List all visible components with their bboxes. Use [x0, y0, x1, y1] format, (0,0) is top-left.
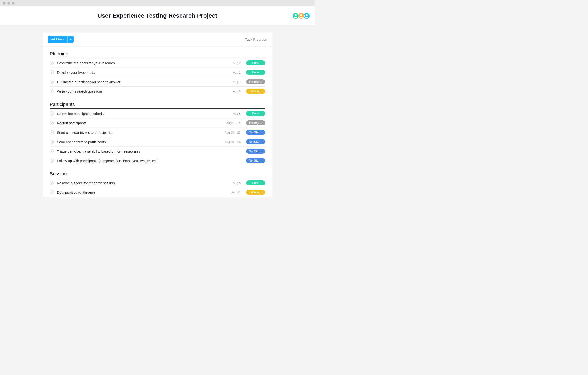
- task-status-pill[interactable]: Not Star…: [246, 149, 265, 154]
- task-status-label: Done: [252, 71, 259, 74]
- task-title[interactable]: Triage participant availability based on…: [57, 149, 219, 153]
- task-due-date[interactable]: Aug 5: [222, 112, 243, 115]
- task-due-date[interactable]: Aug 7: [222, 80, 243, 84]
- check-icon: [51, 182, 53, 184]
- task-title[interactable]: Develop your hypothesis: [57, 71, 219, 75]
- task-title[interactable]: Recruit participants: [57, 121, 219, 125]
- task-status-pill[interactable]: In Progr…: [246, 79, 265, 84]
- add-task-button[interactable]: Add Task: [48, 36, 67, 43]
- task-title[interactable]: Send calendar invites to participants: [57, 130, 219, 134]
- task-status-label: Waiting: [251, 191, 260, 194]
- sections-container: PlanningDetermine the goals for your res…: [43, 46, 272, 197]
- page-title: User Experience Testing Research Project: [97, 12, 217, 19]
- svg-point-0: [295, 14, 297, 16]
- task-row[interactable]: Write your research questionsAug 9Waitin…: [50, 87, 265, 96]
- task-row[interactable]: Develop your hypothesisAug 2Done: [50, 68, 265, 77]
- task-due-date[interactable]: Aug 9: [222, 90, 243, 93]
- task-status-label: In Progr…: [249, 121, 262, 125]
- traffic-light-minimize[interactable]: [7, 2, 10, 5]
- check-icon: [51, 71, 53, 74]
- check-icon: [51, 90, 53, 92]
- task-due-date[interactable]: Aug 19 – 23: [222, 140, 243, 144]
- complete-task-checkbox[interactable]: [50, 149, 54, 153]
- task-due-date[interactable]: Aug 2: [222, 61, 243, 65]
- task-title[interactable]: Do a practice runthrough: [57, 191, 219, 194]
- task-status-pill[interactable]: Done: [246, 70, 265, 75]
- task-status-label: Not Star…: [249, 150, 262, 153]
- task-row[interactable]: Outline the questions you hope to answer…: [50, 77, 265, 87]
- task-status-label: Not Star…: [249, 140, 262, 143]
- check-icon: [51, 112, 53, 115]
- task-status-label: Done: [252, 181, 259, 184]
- task-status-pill[interactable]: Not Star…: [246, 130, 265, 135]
- section-header[interactable]: Session: [50, 169, 265, 178]
- complete-task-checkbox[interactable]: [50, 130, 54, 134]
- task-status-label: Done: [252, 112, 259, 115]
- check-icon: [51, 141, 53, 143]
- task-status-pill[interactable]: Not Star…: [246, 158, 265, 163]
- task-row[interactable]: Determine participation criteriaAug 5Don…: [50, 109, 265, 118]
- task-due-date[interactable]: Aug 2: [222, 71, 243, 74]
- section-header[interactable]: Participants: [50, 99, 265, 109]
- task-status-pill[interactable]: Waiting: [246, 89, 265, 94]
- traffic-light-close[interactable]: [3, 2, 6, 5]
- task-status-label: Done: [252, 61, 259, 64]
- complete-task-checkbox[interactable]: [50, 159, 54, 163]
- task-status-pill[interactable]: Done: [246, 111, 265, 116]
- member-avatar-stack[interactable]: [294, 12, 310, 19]
- task-title[interactable]: Follow-up with participants (compensatio…: [57, 159, 219, 163]
- page-header: User Experience Testing Research Project: [0, 6, 315, 25]
- check-icon: [51, 131, 53, 133]
- task-row[interactable]: Send Asana form to participantsAug 19 – …: [50, 137, 265, 147]
- check-icon: [51, 191, 53, 193]
- window-chrome: [0, 0, 315, 6]
- task-status-pill[interactable]: Done: [246, 60, 265, 65]
- section-header[interactable]: Planning: [50, 49, 265, 58]
- task-row[interactable]: Do a practice runthroughAug 21Waiting: [50, 188, 265, 197]
- task-title[interactable]: Determine participation criteria: [57, 112, 219, 116]
- complete-task-checkbox[interactable]: [50, 111, 54, 116]
- task-status-pill[interactable]: Waiting: [246, 190, 265, 195]
- complete-task-checkbox[interactable]: [50, 121, 54, 125]
- complete-task-checkbox[interactable]: [50, 190, 54, 194]
- task-title[interactable]: Write your research questions: [57, 89, 219, 93]
- chevron-down-icon: [70, 38, 72, 41]
- task-title[interactable]: Outline the questions you hope to answer: [57, 80, 219, 84]
- add-task-dropdown-button[interactable]: [67, 36, 74, 43]
- complete-task-checkbox[interactable]: [50, 140, 54, 144]
- task-title[interactable]: Send Asana form to participants: [57, 140, 219, 144]
- task-list-card: Add Task Task Progress PlanningDetermine…: [42, 32, 272, 197]
- task-status-pill[interactable]: Done: [246, 180, 265, 185]
- complete-task-checkbox[interactable]: [50, 181, 54, 185]
- complete-task-checkbox[interactable]: [50, 70, 54, 75]
- task-row[interactable]: Determine the goals for your researchAug…: [50, 58, 265, 68]
- member-avatar[interactable]: [292, 12, 299, 19]
- task-title[interactable]: Reserve a space for research session: [57, 181, 219, 185]
- task-due-date[interactable]: Aug 19 – 23: [222, 131, 243, 134]
- task-row[interactable]: Send calendar invites to participantsAug…: [50, 128, 265, 137]
- complete-task-checkbox[interactable]: [50, 61, 54, 65]
- task-due-date[interactable]: Aug 21: [222, 191, 243, 194]
- task-title[interactable]: Determine the goals for your research: [57, 61, 219, 65]
- task-due-date[interactable]: Aug 9: [222, 181, 243, 185]
- traffic-light-zoom[interactable]: [12, 2, 15, 5]
- check-icon: [51, 81, 53, 83]
- task-status-label: Waiting: [251, 90, 260, 93]
- task-progress-label[interactable]: Task Progress: [245, 37, 267, 41]
- task-status-label: Not Star…: [249, 159, 262, 162]
- svg-point-1: [300, 14, 302, 16]
- task-row[interactable]: Reserve a space for research sessionAug …: [50, 178, 265, 188]
- check-icon: [51, 160, 53, 162]
- complete-task-checkbox[interactable]: [50, 80, 54, 84]
- task-status-label: In Progr…: [249, 80, 262, 83]
- check-icon: [51, 122, 53, 124]
- task-row[interactable]: Follow-up with participants (compensatio…: [50, 156, 265, 165]
- check-icon: [51, 62, 53, 64]
- check-icon: [51, 150, 53, 152]
- task-due-date[interactable]: Aug 5 – 19: [222, 121, 243, 125]
- task-row[interactable]: Triage participant availability based on…: [50, 147, 265, 156]
- task-row[interactable]: Recruit participantsAug 5 – 19In Progr…: [50, 118, 265, 128]
- task-status-pill[interactable]: In Progr…: [246, 120, 265, 126]
- complete-task-checkbox[interactable]: [50, 89, 54, 93]
- task-status-pill[interactable]: Not Star…: [246, 139, 265, 144]
